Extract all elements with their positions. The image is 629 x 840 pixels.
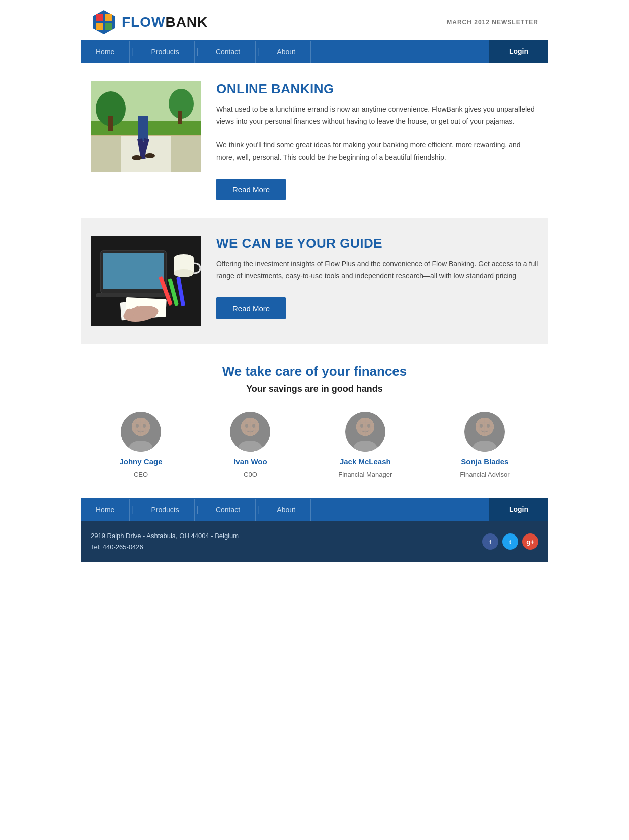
online-banking-read-more-button[interactable]: Read More [216, 179, 286, 200]
svg-rect-7 [108, 116, 113, 131]
nav-item-contact[interactable]: Contact [201, 41, 256, 63]
nav-login-button[interactable]: Login [489, 40, 548, 63]
guide-title: WE CAN BE YOUR GUIDE [216, 236, 538, 251]
team-grid: Johny Cage CEO [91, 412, 538, 478]
svg-rect-12 [138, 116, 148, 141]
logo: FLOWBANK [91, 9, 208, 35]
team-name-3: Jack McLeash [340, 457, 391, 466]
guide-content: WE CAN BE YOUR GUIDE Offering the invest… [216, 236, 538, 319]
svg-point-48 [245, 424, 248, 428]
nav-item-home[interactable]: Home [81, 41, 130, 63]
nav-separator-3: | [256, 40, 262, 63]
guide-read-more-button[interactable]: Read More [216, 297, 286, 319]
footer-nav-item-home[interactable]: Home [81, 499, 130, 521]
footer-nav-item-products[interactable]: Products [136, 499, 195, 521]
team-member-3: Jack McLeash Financial Manager [338, 412, 392, 478]
team-role-4: Financial Advisor [460, 471, 509, 478]
team-headline: We take care of your finances [91, 364, 538, 379]
facebook-icon[interactable]: f [482, 533, 498, 550]
team-member-4: Sonja Blades Financial Advisor [460, 412, 509, 478]
online-banking-image [91, 81, 201, 172]
svg-rect-2 [105, 14, 112, 21]
team-role-1: CEO [134, 471, 148, 478]
svg-point-38 [143, 424, 146, 428]
team-name-2: Ivan Woo [233, 457, 267, 466]
avatar-sonja-blades [464, 412, 505, 452]
online-banking-content: ONLINE BANKING What used to be a lunchti… [216, 81, 538, 200]
footer-nav-separator-2: | [195, 498, 201, 521]
online-banking-section: ONLINE BANKING What used to be a lunchti… [81, 63, 548, 218]
avatar-ivan-woo [230, 412, 270, 452]
svg-rect-20 [96, 293, 171, 297]
googleplus-icon[interactable]: g+ [522, 533, 538, 550]
team-name-4: Sonja Blades [461, 457, 508, 466]
footer-nav-item-contact[interactable]: Contact [201, 499, 256, 521]
newsletter-label: MARCH 2012 NEWSLETTER [447, 19, 538, 26]
nav-item-products[interactable]: Products [136, 41, 195, 63]
footer-nav-separator-1: | [130, 498, 136, 521]
header: FLOWBANK MARCH 2012 NEWSLETTER [81, 0, 548, 40]
team-name-1: Johny Cage [119, 457, 162, 466]
footer-navbar: Home | Products | Contact | About Login [81, 498, 548, 521]
svg-rect-3 [96, 23, 103, 30]
avatar-jack-mcleash [345, 412, 385, 452]
svg-rect-4 [105, 23, 112, 30]
twitter-icon[interactable]: t [502, 533, 518, 550]
svg-point-16 [145, 153, 155, 158]
social-icons: f t g+ [482, 533, 538, 550]
team-role-2: C0O [244, 471, 257, 478]
svg-point-49 [252, 424, 255, 428]
nav-items-left: Home | Products | Contact | About [81, 40, 489, 63]
guide-body: Offering the investment insights of Flow… [216, 258, 538, 282]
svg-point-15 [132, 155, 142, 160]
footer-bottom: 2919 Ralph Drive - Ashtabula, OH 44004 -… [81, 521, 548, 562]
guide-section: WE CAN BE YOUR GUIDE Offering the invest… [81, 218, 548, 344]
footer-login-button[interactable]: Login [489, 498, 548, 521]
nav-separator-2: | [195, 40, 201, 63]
top-navbar: Home | Products | Contact | About Login [81, 40, 548, 63]
svg-point-23 [174, 269, 194, 277]
team-subheadline: Your savings are in good hands [91, 384, 538, 394]
online-banking-body: What used to be a lunchtime errand is no… [216, 104, 538, 164]
svg-rect-1 [96, 14, 103, 21]
footer-address: 2919 Ralph Drive - Ashtabula, OH 44004 -… [91, 530, 239, 553]
svg-rect-9 [178, 111, 182, 124]
team-role-3: Financial Manager [338, 471, 392, 478]
team-section: We take care of your finances Your savin… [81, 344, 548, 498]
guide-image-svg [91, 236, 201, 326]
avatar-johny-cage [121, 412, 161, 452]
svg-marker-0 [93, 10, 115, 34]
svg-point-70 [480, 424, 483, 428]
footer-nav-items-left: Home | Products | Contact | About [81, 498, 489, 521]
nav-item-about[interactable]: About [262, 41, 311, 63]
svg-point-59 [360, 424, 363, 428]
logo-icon [91, 9, 117, 35]
svg-point-71 [487, 424, 490, 428]
nav-separator-1: | [130, 40, 136, 63]
footer-nav-item-about[interactable]: About [262, 499, 311, 521]
footer-nav-separator-3: | [256, 498, 262, 521]
walking-image-svg [91, 81, 201, 172]
team-member-2: Ivan Woo C0O [230, 412, 270, 478]
online-banking-title: ONLINE BANKING [216, 81, 538, 97]
svg-point-37 [136, 424, 139, 428]
logo-text: FLOWBANK [122, 14, 208, 30]
svg-point-60 [367, 424, 370, 428]
svg-rect-19 [103, 253, 164, 289]
team-member-1: Johny Cage CEO [119, 412, 162, 478]
guide-image [91, 236, 201, 326]
